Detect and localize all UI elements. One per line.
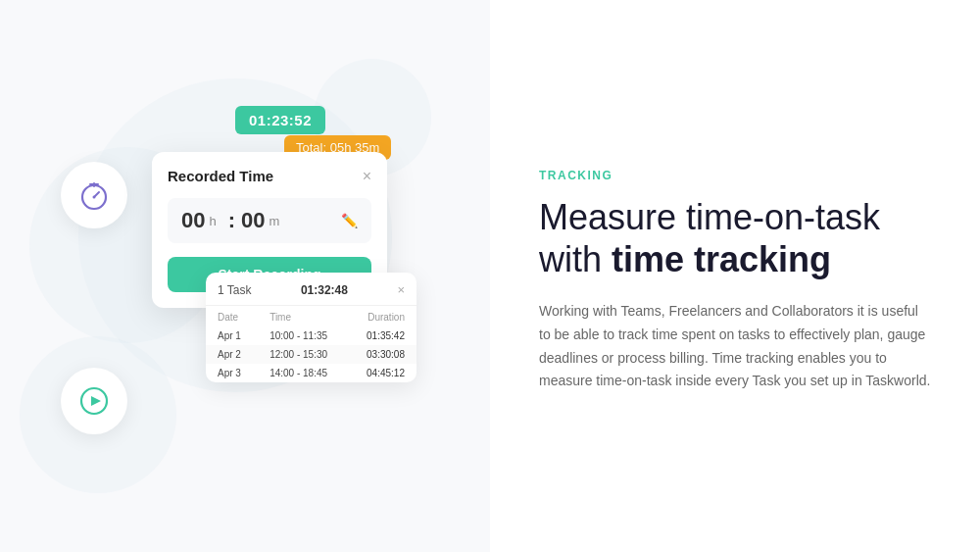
minutes-unit: m [270, 214, 280, 228]
svg-point-4 [93, 196, 96, 199]
row-date: Apr 3 [206, 364, 258, 382]
body-text: Working with Teams, Freelancers and Coll… [539, 300, 931, 393]
table-row: Apr 1 10:00 - 11:35 01:35:42 [206, 326, 416, 345]
col-duration: Duration [348, 306, 416, 326]
headline-line1: Measure time-on-task [539, 197, 880, 237]
timer-icon [77, 178, 111, 212]
card-title: Recorded Time [168, 168, 273, 184]
section-label: TRACKING [539, 169, 931, 182]
task-list-card: 1 Task 01:32:48 × Date Time Duration Apr… [206, 273, 416, 382]
row-duration: 03:30:08 [348, 345, 416, 364]
hours-value: 00 [181, 208, 205, 233]
row-time: 12:00 - 15:30 [258, 345, 348, 364]
timer-icon-circle [61, 162, 127, 228]
timer-badge-value: 01:23:52 [249, 112, 312, 128]
headline: Measure time-on-task with time tracking [539, 196, 931, 280]
hours-unit: h [209, 214, 216, 228]
task-count: 1 Task [218, 283, 251, 297]
timer-badge: 01:23:52 [235, 106, 325, 134]
left-panel: 01:23:52 Total: 05h 35m Recorded Time × … [0, 0, 490, 552]
task-card-close-button[interactable]: × [397, 282, 405, 297]
table-header-row: Date Time Duration [206, 306, 416, 326]
play-icon-circle [61, 368, 127, 434]
task-total-time: 01:32:48 [301, 283, 348, 297]
edit-icon[interactable]: ✏️ [341, 213, 358, 228]
task-table-body: Apr 1 10:00 - 11:35 01:35:42 Apr 2 12:00… [206, 326, 416, 382]
play-icon [77, 384, 111, 418]
row-duration: 04:45:12 [348, 364, 416, 382]
row-time: 14:00 - 18:45 [258, 364, 348, 382]
row-time: 10:00 - 11:35 [258, 326, 348, 345]
row-date: Apr 2 [206, 345, 258, 364]
card-header: Recorded Time × [168, 168, 371, 184]
row-duration: 01:35:42 [348, 326, 416, 345]
table-row: Apr 3 14:00 - 18:45 04:45:12 [206, 364, 416, 382]
col-time: Time [258, 306, 348, 326]
task-card-header: 1 Task 01:32:48 × [206, 273, 416, 306]
time-colon: : [228, 208, 235, 233]
table-row: Apr 2 12:00 - 15:30 03:30:08 [206, 345, 416, 364]
task-table: Date Time Duration Apr 1 10:00 - 11:35 0… [206, 306, 416, 382]
headline-line2-prefix: with [539, 239, 612, 279]
row-date: Apr 1 [206, 326, 258, 345]
right-panel: TRACKING Measure time-on-task with time … [490, 0, 980, 552]
minutes-value: 00 [241, 208, 265, 233]
svg-marker-6 [91, 396, 101, 406]
card-close-button[interactable]: × [363, 169, 371, 184]
time-display: 00 h : 00 m ✏️ [168, 198, 371, 243]
headline-bold: time tracking [612, 239, 831, 279]
col-date: Date [206, 306, 258, 326]
